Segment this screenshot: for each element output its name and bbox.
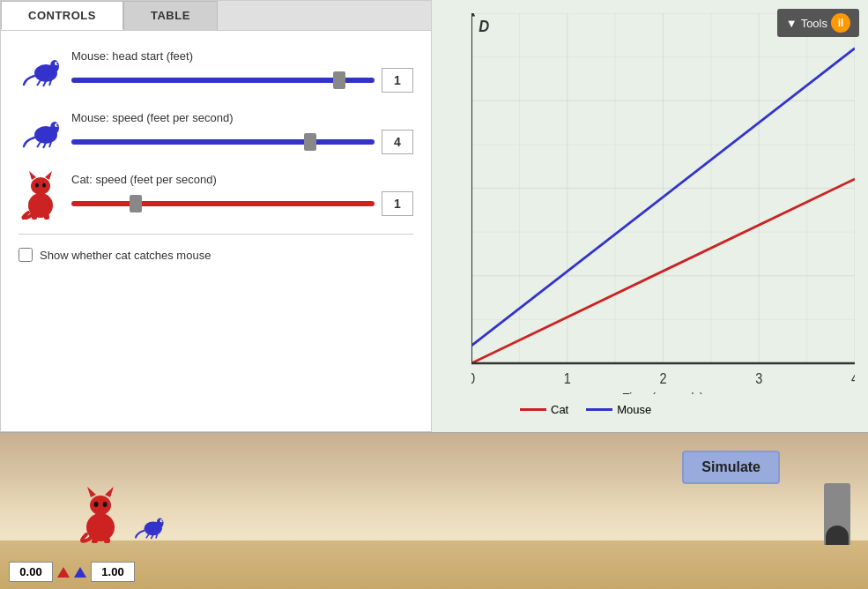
cat-speed-value: 1: [382, 191, 413, 216]
mouse-speed-slider[interactable]: [71, 139, 375, 145]
mouse-position-display: 1.00: [91, 562, 135, 582]
svg-rect-22: [32, 214, 37, 220]
background-wall: [0, 433, 868, 539]
svg-text:3: 3: [755, 371, 762, 387]
svg-point-66: [94, 502, 99, 507]
mouse-speed-value: 4: [382, 130, 413, 154]
cat-icon-red: [19, 172, 63, 216]
svg-marker-19: [45, 171, 52, 180]
cat-speed-group: Cat: speed (feet per second) 1: [71, 173, 413, 216]
svg-line-6: [43, 81, 46, 86]
legend-cat-line: [520, 408, 546, 411]
bottom-area: Simulate: [0, 432, 868, 589]
svg-line-14: [43, 143, 46, 148]
mouse-speed-row: Mouse: speed (feet per second) 4: [19, 110, 413, 154]
svg-text:1: 1: [564, 371, 571, 387]
mouse-icon-blue: [19, 48, 63, 93]
svg-point-71: [157, 518, 164, 528]
mouse-headstart-slider-row: 1: [71, 68, 413, 93]
simulate-button[interactable]: Simulate: [682, 451, 780, 484]
svg-point-3: [56, 63, 58, 64]
tools-il-icon: il: [831, 13, 850, 33]
svg-point-67: [103, 502, 108, 507]
mouse-headstart-group: Mouse: head start (feet) 1: [71, 49, 413, 93]
catch-checkbox[interactable]: [19, 248, 33, 262]
tab-table[interactable]: TABLE: [123, 1, 218, 30]
controls-content: Mouse: head start (feet) 1: [1, 31, 431, 431]
mouse-hole: [826, 526, 849, 545]
svg-point-1: [50, 60, 59, 72]
svg-point-11: [56, 124, 58, 126]
main-container: CONTROLS TABLE: [0, 0, 868, 589]
svg-line-5: [37, 80, 41, 86]
mouse-headstart-label: Mouse: head start (feet): [71, 49, 413, 63]
legend-cat-label: Cat: [551, 403, 568, 416]
svg-line-75: [151, 534, 152, 539]
mouse-headstart-slider-container: [71, 71, 375, 89]
legend-cat: Cat: [520, 403, 568, 416]
mouse-speed-slider-row: 4: [71, 130, 413, 154]
mouse-icon-blue-2: [19, 110, 63, 154]
divider: [19, 234, 413, 235]
svg-text:D: D: [479, 17, 489, 35]
svg-text:4: 4: [851, 371, 855, 387]
svg-marker-64: [87, 487, 96, 497]
cat-speed-slider-row: 1: [71, 191, 413, 216]
tab-controls[interactable]: CONTROLS: [1, 1, 123, 30]
svg-point-63: [90, 496, 111, 515]
cat-speed-label: Cat: speed (feet per second): [71, 173, 413, 186]
svg-line-74: [146, 534, 149, 539]
svg-point-17: [31, 177, 50, 195]
svg-rect-23: [44, 214, 49, 220]
mouse-headstart-value: 1: [382, 68, 413, 93]
mouse-speed-slider-container: [71, 133, 375, 151]
cat-animation-icon: [78, 483, 123, 547]
svg-rect-68: [92, 538, 98, 543]
cat-speed-slider-container: [71, 195, 375, 212]
position-displays: 0.00 1.00: [9, 562, 135, 582]
legend: Cat Mouse: [471, 399, 855, 423]
mouse-headstart-row: Mouse: head start (feet) 1: [19, 48, 413, 93]
svg-point-4: [52, 62, 55, 64]
svg-text:0: 0: [471, 371, 475, 387]
mouse-speed-group: Mouse: speed (feet per second) 4: [71, 111, 413, 154]
mouse-position-triangle: [74, 567, 86, 578]
cat-speed-slider[interactable]: [71, 201, 375, 206]
mouse-headstart-slider[interactable]: [71, 78, 375, 83]
cat-position-display: 0.00: [9, 562, 53, 582]
svg-point-73: [161, 520, 163, 522]
legend-mouse-label: Mouse: [617, 403, 651, 416]
mouse-speed-label: Mouse: speed (feet per second): [71, 111, 413, 124]
svg-marker-18: [29, 171, 36, 180]
checkbox-label[interactable]: Show whether cat catches mouse: [40, 249, 211, 262]
graph-svg: 0 5 10 15 20 0 1 2 3 4 Time (seconds): [471, 13, 855, 394]
svg-point-12: [52, 123, 55, 126]
svg-point-9: [50, 122, 59, 134]
legend-mouse-line: [586, 408, 612, 411]
cat-speed-row: Cat: speed (feet per second) 1: [19, 172, 413, 216]
top-area: CONTROLS TABLE: [0, 0, 868, 432]
svg-rect-69: [104, 538, 110, 543]
checkbox-row: Show whether cat catches mouse: [19, 248, 413, 262]
tools-label: Tools: [801, 17, 827, 30]
svg-marker-65: [105, 487, 114, 497]
svg-point-20: [35, 183, 39, 188]
tabs: CONTROLS TABLE: [1, 1, 431, 31]
legend-mouse: Mouse: [586, 403, 651, 416]
svg-point-21: [42, 183, 46, 188]
left-panel: CONTROLS TABLE: [0, 0, 432, 432]
tools-button[interactable]: ▼ Tools il: [777, 9, 859, 37]
svg-text:Time (seconds): Time (seconds): [622, 391, 703, 394]
svg-line-13: [37, 142, 41, 147]
right-panel: ▼ Tools il 📷 Distance from starting line…: [432, 0, 868, 432]
tools-triangle-icon: ▼: [786, 17, 798, 30]
cat-position-triangle: [57, 567, 70, 578]
mouse-animation-icon: [132, 513, 166, 543]
svg-text:2: 2: [659, 371, 666, 387]
